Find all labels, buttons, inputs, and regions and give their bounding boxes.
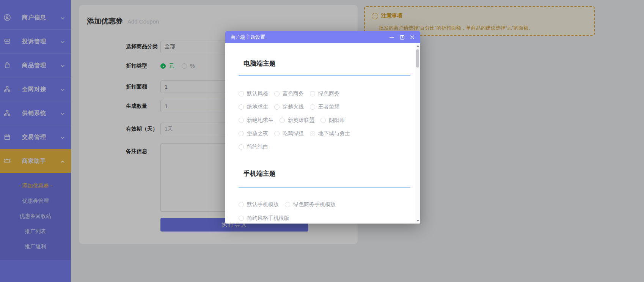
radio-unselected-icon <box>310 91 315 96</box>
modal-title: 商户端主题设置 <box>231 34 265 41</box>
theme-option[interactable]: 穿越火线 <box>274 104 304 110</box>
radio-unselected-icon <box>239 216 244 221</box>
radio-unselected-icon <box>280 118 285 123</box>
radio-unselected-icon <box>239 118 244 123</box>
pc-theme-row-4: 堡垒之夜 吃鸡绿狙 地下城与勇士 <box>239 130 356 137</box>
theme-option[interactable]: 堡垒之夜 <box>239 130 268 137</box>
radio-unselected-icon <box>239 202 244 207</box>
theme-option[interactable]: 默认风格 <box>239 90 268 97</box>
radio-unselected-icon <box>239 91 244 96</box>
pc-theme-divider <box>239 75 410 76</box>
theme-option[interactable]: 蓝色商务 <box>274 90 304 97</box>
pc-theme-row-3: 新绝地求生 新英雄联盟 阴阳师 <box>239 117 351 124</box>
theme-option[interactable]: 阴阳师 <box>320 117 345 124</box>
modal-scrollbar <box>415 43 420 224</box>
radio-unselected-icon <box>274 91 280 96</box>
radio-unselected-icon <box>310 131 315 136</box>
mobile-theme-divider <box>239 187 410 187</box>
theme-option[interactable]: 简约纯白 <box>239 143 268 150</box>
radio-unselected-icon <box>274 131 280 136</box>
radio-unselected-icon <box>239 104 244 110</box>
theme-option[interactable]: 新英雄联盟 <box>280 117 314 124</box>
theme-option[interactable]: 王者荣耀 <box>310 104 339 110</box>
scroll-down-icon[interactable] <box>415 218 420 223</box>
scroll-up-icon[interactable] <box>415 44 420 49</box>
theme-option[interactable]: 默认手机模版 <box>239 201 279 208</box>
minimize-icon[interactable] <box>389 35 394 40</box>
pc-theme-row-1: 默认风格 蓝色商务 绿色商务 <box>239 90 346 97</box>
mobile-theme-heading: 手机端主题 <box>243 169 276 178</box>
maximize-icon[interactable] <box>399 35 405 40</box>
close-icon[interactable] <box>410 35 415 40</box>
theme-option[interactable]: 绿色商务 <box>310 90 339 97</box>
theme-settings-modal: 商户端主题设置 电脑端主题 默认风格 蓝色商务 绿色商务 绝地求生 穿越火线 王… <box>225 31 420 224</box>
radio-unselected-icon <box>274 104 280 110</box>
mobile-theme-row-2: 简约风格手机模版 <box>239 215 295 222</box>
radio-unselected-icon <box>320 118 326 123</box>
radio-unselected-icon <box>310 104 315 110</box>
theme-option[interactable]: 简约风格手机模版 <box>239 215 289 222</box>
radio-unselected-icon <box>239 131 244 136</box>
modal-body: 电脑端主题 默认风格 蓝色商务 绿色商务 绝地求生 穿越火线 王者荣耀 新绝地求… <box>225 43 420 224</box>
theme-option[interactable]: 新绝地求生 <box>239 117 273 124</box>
window-controls <box>389 35 415 40</box>
theme-option[interactable]: 绿色商务手机模版 <box>285 201 336 208</box>
mobile-theme-row-1: 默认手机模版 绿色商务手机模版 <box>239 201 342 208</box>
radio-unselected-icon <box>239 144 244 150</box>
pc-theme-row-2: 绝地求生 穿越火线 王者荣耀 <box>239 104 346 110</box>
scrollbar-thumb[interactable] <box>416 49 419 68</box>
pc-theme-heading: 电脑端主题 <box>243 59 276 68</box>
modal-header: 商户端主题设置 <box>225 31 420 43</box>
theme-option[interactable]: 吃鸡绿狙 <box>274 130 304 137</box>
theme-option[interactable]: 绝地求生 <box>239 104 268 110</box>
radio-unselected-icon <box>285 202 290 207</box>
pc-theme-row-5: 简约纯白 <box>239 143 274 150</box>
theme-option[interactable]: 地下城与勇士 <box>310 130 350 137</box>
